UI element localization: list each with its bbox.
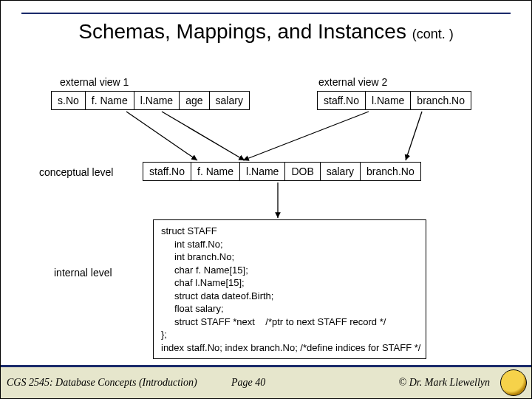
col-fname: f. Name: [85, 92, 134, 110]
col-salary: salary: [320, 163, 360, 181]
svg-line-3: [406, 112, 422, 160]
external-view-2-table: staff.No l.Name branch.No: [317, 91, 471, 110]
table-row: staff.No f. Name l.Name DOB salary branc…: [143, 163, 421, 181]
svg-line-0: [126, 112, 197, 160]
col-salary: salary: [209, 92, 249, 110]
footer: CGS 2545: Database Concepts (Introductio…: [1, 367, 531, 398]
title-main: Schemas, Mappings, and Instances: [78, 20, 406, 43]
col-lname: l.Name: [134, 92, 179, 110]
svg-line-1: [162, 112, 245, 160]
col-branchno: branch.No: [411, 92, 471, 110]
svg-line-2: [243, 112, 369, 160]
footer-left: CGS 2545: Database Concepts (Introductio…: [1, 377, 216, 389]
conceptual-table: staff.No f. Name l.Name DOB salary branc…: [143, 162, 421, 181]
col-lname: l.Name: [240, 163, 285, 181]
footer-right: © Dr. Mark Llewellyn: [280, 377, 531, 389]
col-staffno: staff.No: [143, 163, 191, 181]
footer-page: Page 40: [216, 377, 280, 389]
table-row: staff.No l.Name branch.No: [318, 92, 471, 110]
label-external-view-1: external view 1: [60, 76, 129, 88]
col-dob: DOB: [285, 163, 320, 181]
col-fname: f. Name: [191, 163, 240, 181]
col-branchno: branch.No: [361, 163, 421, 181]
page-title: Schemas, Mappings, and Instances (cont. …: [1, 20, 531, 44]
table-row: s.No f. Name l.Name age salary: [52, 92, 250, 110]
ucf-logo-icon: [500, 369, 527, 396]
internal-struct-code: struct STAFF int staff.No; int branch.No…: [153, 219, 426, 359]
col-lname: l.Name: [366, 92, 411, 110]
col-staffno: staff.No: [318, 92, 366, 110]
col-age: age: [180, 92, 209, 110]
top-rule: [21, 13, 511, 14]
slide: Schemas, Mappings, and Instances (cont. …: [0, 0, 532, 399]
label-internal-level: internal level: [54, 267, 112, 279]
external-view-1-table: s.No f. Name l.Name age salary: [51, 91, 250, 110]
label-conceptual-level: conceptual level: [39, 166, 113, 178]
col-sno: s.No: [52, 92, 86, 110]
label-external-view-2: external view 2: [318, 76, 387, 88]
title-cont: (cont. ): [412, 27, 454, 41]
